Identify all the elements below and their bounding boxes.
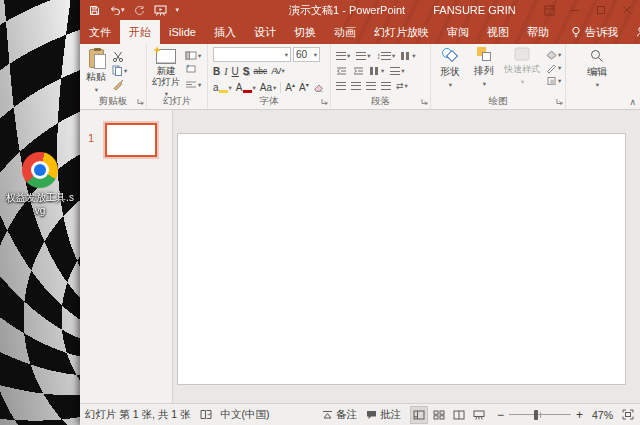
numbering-icon bbox=[356, 52, 366, 60]
reset-button[interactable] bbox=[185, 64, 201, 76]
shape-effects-icon bbox=[546, 76, 557, 86]
reading-view-button[interactable] bbox=[450, 406, 468, 424]
font-size-combobox[interactable]: 60 bbox=[293, 47, 320, 62]
fit-slide-to-window-button[interactable] bbox=[622, 409, 634, 420]
character-spacing-button[interactable]: AV bbox=[271, 67, 284, 76]
powerpoint-window: ▾ ▾ 演示文稿1 - PowerPoint FANSURE GRIN 文件 开… bbox=[80, 0, 640, 425]
italic-button[interactable]: I bbox=[224, 67, 227, 77]
tab-tell-me[interactable]: 告诉我 bbox=[562, 20, 627, 44]
strikethrough-button[interactable]: abc bbox=[253, 67, 267, 76]
shape-outline-icon bbox=[546, 63, 557, 73]
slide-thumbnail-selected[interactable] bbox=[105, 123, 157, 157]
convert-smartart-button[interactable]: ⇄ bbox=[396, 81, 408, 91]
proofing-button[interactable] bbox=[200, 409, 212, 420]
desktop-shortcut-file[interactable]: 权益发放工具.svg bbox=[4, 152, 76, 217]
align-text-icon bbox=[390, 67, 400, 75]
slide-sorter-view-button[interactable] bbox=[430, 406, 448, 424]
align-text-button[interactable] bbox=[390, 67, 404, 75]
save-icon[interactable] bbox=[89, 5, 100, 16]
ribbon-display-options-button[interactable] bbox=[536, 0, 562, 20]
slide-canvas[interactable] bbox=[177, 133, 626, 385]
notes-label: 备注 bbox=[336, 408, 357, 422]
font-colorbar bbox=[243, 90, 252, 93]
font-color-button[interactable]: A bbox=[236, 83, 256, 93]
decrease-indent-button[interactable] bbox=[336, 65, 347, 77]
repeat-icon[interactable] bbox=[134, 5, 145, 16]
section-button[interactable] bbox=[185, 80, 201, 89]
bullets-button[interactable] bbox=[336, 52, 350, 60]
tab-islide[interactable]: iSlide bbox=[160, 20, 205, 44]
bullets-icon bbox=[336, 52, 346, 60]
comments-icon bbox=[366, 410, 377, 420]
quick-styles-icon bbox=[513, 47, 531, 61]
close-button[interactable] bbox=[614, 0, 640, 20]
tab-slideshow[interactable]: 幻灯片放映 bbox=[365, 20, 438, 44]
tab-transitions[interactable]: 切换 bbox=[285, 20, 325, 44]
slide-counter[interactable]: 幻灯片 第 1 张, 共 1 张 bbox=[85, 408, 191, 422]
font-name-combobox[interactable] bbox=[213, 47, 291, 62]
bold-button[interactable]: B bbox=[213, 67, 220, 77]
comments-button[interactable]: 批注 bbox=[366, 408, 401, 422]
normal-view-button[interactable] bbox=[410, 406, 428, 424]
editing-button[interactable]: 编辑 bbox=[566, 49, 628, 89]
statusbar-right: 备注 批注 − + 47% bbox=[322, 406, 634, 424]
copy-button[interactable] bbox=[112, 65, 127, 76]
tab-home[interactable]: 开始 bbox=[120, 20, 160, 44]
customize-qat-caret-icon[interactable]: ▾ bbox=[176, 6, 180, 14]
titlebar: ▾ ▾ 演示文稿1 - PowerPoint FANSURE GRIN bbox=[80, 0, 640, 20]
minimize-button[interactable] bbox=[562, 0, 588, 20]
numbering-button[interactable] bbox=[356, 52, 370, 60]
align-left-button[interactable] bbox=[336, 82, 346, 90]
shape-fill-button[interactable] bbox=[546, 50, 561, 60]
zoom-percentage[interactable]: 47% bbox=[592, 409, 613, 421]
zoom-out-button[interactable]: − bbox=[497, 409, 504, 421]
tab-help[interactable]: 帮助 bbox=[518, 20, 558, 44]
tab-animations[interactable]: 动画 bbox=[325, 20, 365, 44]
tab-review[interactable]: 审阅 bbox=[438, 20, 478, 44]
zoom-slider[interactable] bbox=[509, 410, 571, 420]
tab-file[interactable]: 文件 bbox=[80, 20, 120, 44]
arrange-icon bbox=[477, 47, 492, 62]
new-slide-icon bbox=[156, 49, 176, 64]
justify-button[interactable] bbox=[381, 82, 391, 90]
language-button[interactable]: 中文(中国) bbox=[221, 408, 270, 422]
columns-button[interactable] bbox=[370, 67, 384, 75]
zoom-in-button[interactable]: + bbox=[576, 409, 583, 421]
notes-button[interactable]: 备注 bbox=[322, 408, 357, 422]
scissors-icon bbox=[112, 51, 124, 62]
share-button[interactable]: 共享 bbox=[627, 20, 640, 44]
tab-insert[interactable]: 插入 bbox=[205, 20, 245, 44]
layout-button[interactable] bbox=[185, 51, 201, 60]
zoom-slider-handle[interactable] bbox=[534, 410, 538, 420]
format-painter-button[interactable] bbox=[112, 79, 127, 90]
slide-editor-area[interactable] bbox=[173, 110, 640, 403]
text-shadow-button[interactable]: S bbox=[243, 67, 250, 77]
align-right-button[interactable] bbox=[366, 82, 376, 90]
undo-button[interactable]: ▾ bbox=[109, 5, 125, 15]
cut-button[interactable] bbox=[112, 51, 127, 62]
highlight-color-button[interactable]: a bbox=[213, 83, 232, 93]
decrease-font-size-button[interactable]: A▾ bbox=[299, 82, 309, 93]
underline-button[interactable]: U bbox=[232, 67, 239, 77]
line-spacing-button[interactable]: ↕ bbox=[377, 51, 396, 61]
shape-effects-button[interactable] bbox=[546, 76, 561, 86]
lightbulb-icon bbox=[571, 26, 581, 39]
account-name: FANSURE GRIN bbox=[433, 4, 516, 16]
slide-show-view-button[interactable] bbox=[470, 406, 488, 424]
collapse-ribbon-icon[interactable]: ∧ bbox=[629, 97, 636, 107]
text-direction-button[interactable] bbox=[401, 52, 415, 60]
increase-font-size-button[interactable]: A▴ bbox=[285, 82, 295, 93]
start-slideshow-icon[interactable] bbox=[154, 5, 167, 16]
slide-thumbnail-panel[interactable]: 1 bbox=[80, 110, 173, 403]
tab-view[interactable]: 视图 bbox=[478, 20, 518, 44]
align-center-button[interactable] bbox=[351, 82, 361, 90]
slides-group-label: 幻灯片 bbox=[147, 95, 207, 108]
maximize-button[interactable] bbox=[588, 0, 614, 20]
shape-outline-button[interactable] bbox=[546, 63, 561, 73]
change-case-button[interactable]: Aa bbox=[260, 83, 277, 93]
tab-design[interactable]: 设计 bbox=[245, 20, 285, 44]
increase-indent-button[interactable] bbox=[353, 65, 364, 77]
clear-formatting-button[interactable] bbox=[313, 82, 324, 94]
fit-to-window-icon bbox=[622, 409, 634, 420]
zoom-slider-tick bbox=[540, 412, 541, 418]
